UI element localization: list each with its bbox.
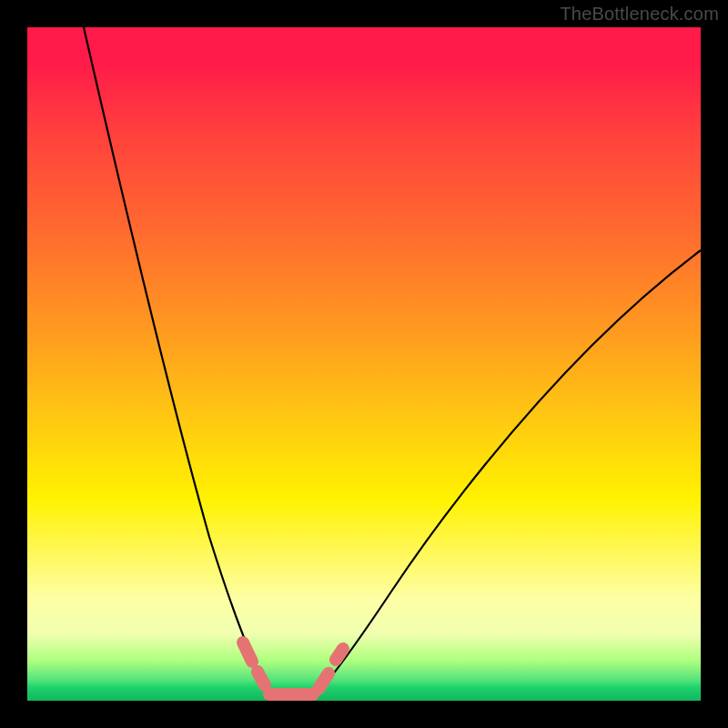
curve-left-branch xyxy=(84,27,275,697)
svg-line-3 xyxy=(318,673,329,689)
optimal-zone-markers xyxy=(243,642,343,694)
plot-area xyxy=(27,27,701,701)
svg-line-0 xyxy=(243,642,252,662)
svg-line-4 xyxy=(336,649,343,660)
chart-frame: TheBottleneck.com xyxy=(0,0,728,728)
curve-right-branch xyxy=(314,250,701,697)
attribution-label: TheBottleneck.com xyxy=(560,4,719,25)
svg-line-1 xyxy=(258,672,265,685)
bottleneck-curve xyxy=(27,27,701,701)
